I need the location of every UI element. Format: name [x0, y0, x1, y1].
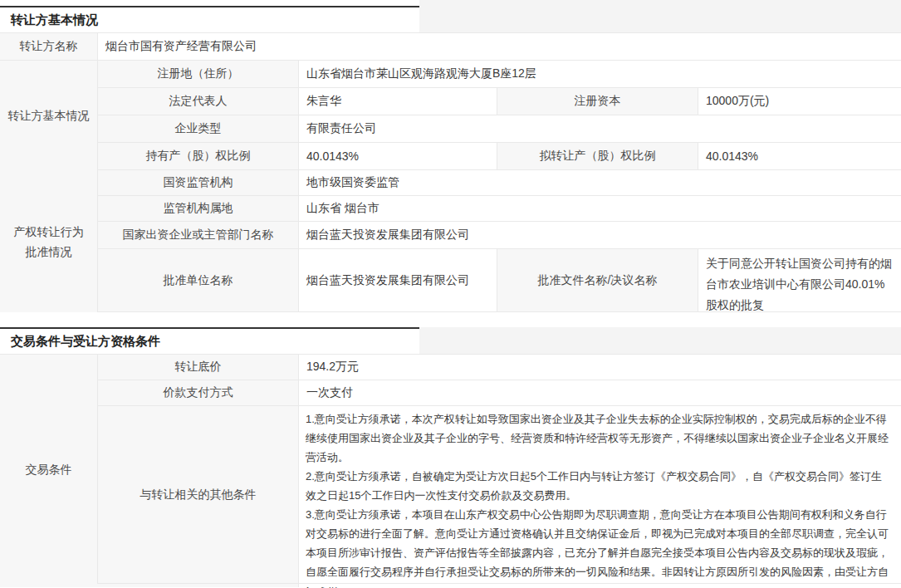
row-value: 194.2万元	[299, 355, 901, 380]
row-label: 价款支付方式	[98, 380, 299, 405]
row-label: 企业类型	[98, 115, 299, 142]
row-value: 烟台蓝天投资发展集团有限公司	[299, 222, 901, 248]
row-label: 国家出资企业或主管部门名称	[98, 222, 299, 248]
row-value: 山东省 烟台市	[299, 196, 901, 221]
row-label-2: 批准文件名称/决议名称	[497, 249, 698, 311]
table-row: 国家出资企业或主管部门名称 烟台蓝天投资发展集团有限公司	[98, 222, 901, 249]
group-approval: 产权转让行为批准情况 国资监管机构 地市级国资委监管 监管机构属地 山东省 烟台…	[0, 170, 901, 312]
row-value: 烟台蓝天投资发展集团有限公司	[299, 249, 497, 311]
table-row: 转让方名称 烟台市国有资产经营有限公司	[0, 33, 901, 61]
table-row: 持有产（股）权比例 40.0143% 拟转让产（股）权比例 40.0143%	[98, 143, 901, 170]
group-label: 交易条件	[0, 355, 98, 584]
section-header-filler	[419, 327, 901, 354]
section-title-transferor: 转让方基本情况	[0, 6, 419, 32]
section-title-text: 交易条件与受让方资格条件	[11, 334, 160, 350]
group-label: 转让方基本情况	[0, 61, 98, 170]
row-label: 法定代表人	[98, 88, 299, 115]
row-value-long: 1.意向受让方须承诺，本次产权转让如导致国家出资企业及其子企业失去标的企业实际控…	[299, 406, 901, 583]
table-row: 批准单位名称 烟台蓝天投资发展集团有限公司 批准文件名称/决议名称 关于同意公开…	[98, 249, 901, 312]
row-value: 地市级国资委监管	[299, 170, 901, 195]
row-label: 转让底价	[98, 355, 299, 380]
section-title-text: 转让方基本情况	[11, 12, 98, 28]
property-transfer-detail-page: 转让方基本情况 转让方名称 烟台市国有资产经营有限公司 转让方基本情况 注册地（…	[0, 0, 901, 588]
group-label-text: 产权转让行为批准情况	[12, 222, 86, 262]
table-row: 转让底价 194.2万元	[98, 355, 901, 380]
group-label: 产权转让行为批准情况	[0, 170, 98, 312]
section-title-conditions: 交易条件与受让方资格条件	[0, 327, 419, 354]
row-label: 注册地（住所）	[98, 61, 299, 87]
row-label: 转让方名称	[0, 33, 98, 60]
row-value: 烟台市国有资产经营有限公司	[98, 33, 901, 60]
group-rows: 国资监管机构 地市级国资委监管 监管机构属地 山东省 烟台市 国家出资企业或主管…	[98, 170, 901, 312]
row-label: 监管机构属地	[98, 196, 299, 221]
row-value: 朱言华	[299, 88, 497, 115]
row-label: 批准单位名称	[98, 249, 299, 311]
row-value-2: 40.0143%	[698, 143, 901, 169]
table-row: 监管机构属地 山东省 烟台市	[98, 196, 901, 222]
row-label-2: 拟转让产（股）权比例	[497, 143, 698, 169]
row-value: 一次支付	[299, 380, 901, 405]
row-value: 有限责任公司	[299, 115, 901, 142]
row-label: 与转让相关的其他条件	[98, 406, 299, 583]
row-value: 40.0143%	[299, 143, 497, 169]
group-rows: 注册地（住所） 山东省烟台市莱山区观海路观海大厦B座12层 法定代表人 朱言华 …	[98, 61, 901, 170]
row-value: 山东省烟台市莱山区观海路观海大厦B座12层	[299, 61, 901, 87]
table-row: 国资监管机构 地市级国资委监管	[98, 170, 901, 196]
section-header-transferor: 转让方基本情况	[0, 0, 901, 33]
group-rows: 转让底价 194.2万元 价款支付方式 一次支付 与转让相关的其他条件 1.意向…	[98, 355, 901, 584]
row-label-2: 注册资本	[497, 88, 698, 115]
table-row: 价款支付方式 一次支付	[98, 380, 901, 406]
table-row: 法定代表人 朱言华 注册资本 10000万(元)	[98, 88, 901, 115]
section-gap	[0, 312, 901, 327]
row-label: 持有产（股）权比例	[98, 143, 299, 169]
row-value-2: 10000万(元)	[698, 88, 901, 115]
table-row: 与转让相关的其他条件 1.意向受让方须承诺，本次产权转让如导致国家出资企业及其子…	[98, 406, 901, 584]
table-row: 注册地（住所） 山东省烟台市莱山区观海路观海大厦B座12层	[98, 61, 901, 88]
group-transferor-basic: 转让方基本情况 注册地（住所） 山东省烟台市莱山区观海路观海大厦B座12层 法定…	[0, 61, 901, 170]
section-header-conditions: 交易条件与受让方资格条件	[0, 327, 901, 355]
table-row: 企业类型 有限责任公司	[98, 115, 901, 143]
row-label: 国资监管机构	[98, 170, 299, 195]
row-value-2: 关于同意公开转让国资公司持有的烟台市农业培训中心有限公司40.01%股权的批复	[698, 249, 901, 311]
next-row-sliver	[0, 584, 901, 587]
section-header-filler	[419, 0, 901, 32]
group-trade-conditions: 交易条件 转让底价 194.2万元 价款支付方式 一次支付 与转让相关的其他条件…	[0, 355, 901, 584]
